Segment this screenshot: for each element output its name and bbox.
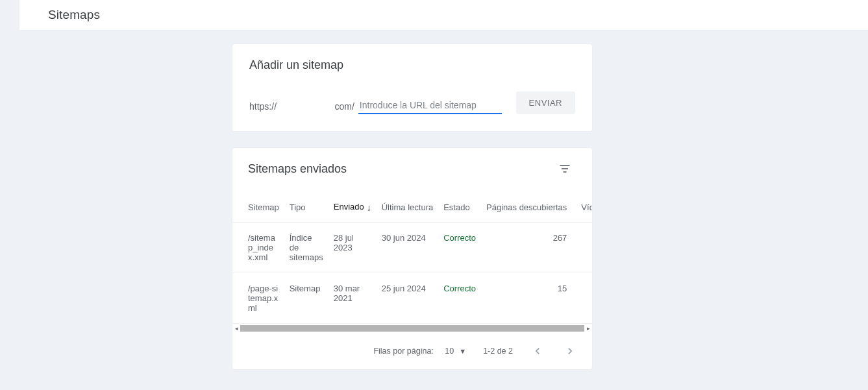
scroll-track[interactable]: [240, 325, 584, 332]
add-sitemap-row: https:// com/ ENVIAR: [249, 91, 575, 114]
add-sitemap-title: Añadir un sitemap: [249, 58, 575, 72]
add-sitemap-card: Añadir un sitemap https:// com/ ENVIAR: [232, 43, 593, 132]
svg-rect-0: [560, 165, 570, 166]
page-title: Sitemaps: [48, 8, 839, 22]
svg-rect-2: [564, 171, 567, 173]
page-range: 1-2 de 2: [483, 347, 513, 356]
filter-icon[interactable]: [558, 162, 573, 177]
content-area: Añadir un sitemap https:// com/ ENVIAR S…: [0, 30, 593, 370]
cell-last-read: 30 jun 2024: [377, 222, 438, 273]
cell-type: Índice de sitemaps: [284, 222, 329, 273]
cell-status: Correcto: [438, 273, 481, 323]
sitemaps-list-card: Sitemaps enviados Sitemap Tipo Enviado↓ …: [232, 147, 593, 370]
table-row[interactable]: /sitemap_index.xml Índice de sitemaps 28…: [232, 222, 592, 273]
sitemaps-table: Sitemap Tipo Enviado↓ Última lectura Est…: [232, 194, 592, 324]
chevron-right-icon: [564, 345, 577, 358]
prev-page-button[interactable]: [530, 343, 545, 359]
col-sitemap[interactable]: Sitemap: [232, 194, 284, 222]
cell-sitemap: /page-sitemap.xml: [232, 273, 284, 323]
col-pages[interactable]: Páginas descubiertas: [481, 194, 576, 222]
col-status[interactable]: Estado: [438, 194, 481, 222]
cell-status: Correcto: [438, 222, 481, 273]
cell-videos: 15: [576, 222, 592, 273]
col-type[interactable]: Tipo: [284, 194, 329, 222]
scroll-right-icon[interactable]: ▸: [584, 325, 592, 332]
horizontal-scrollbar[interactable]: ◂ ▸: [232, 324, 592, 333]
cell-type: Sitemap: [284, 273, 329, 323]
cell-pages: 15: [481, 273, 576, 323]
scroll-left-icon[interactable]: ◂: [232, 325, 240, 332]
table-pager: Filas por página: 10 ▼ 1-2 de 2: [232, 333, 592, 369]
page-header: Sitemaps: [19, 0, 868, 30]
table-scroll[interactable]: Sitemap Tipo Enviado↓ Última lectura Est…: [232, 194, 592, 324]
cell-sitemap: /sitemap_index.xml: [232, 222, 284, 273]
col-sent[interactable]: Enviado↓: [329, 194, 377, 222]
svg-rect-1: [562, 168, 568, 169]
cell-pages: 267: [481, 222, 576, 273]
cell-last-read: 25 jun 2024: [377, 273, 438, 323]
url-prefix: https:// com/: [249, 101, 354, 114]
sitemap-url-input[interactable]: [358, 97, 502, 114]
rows-per-page-select[interactable]: 10 ▼: [445, 347, 466, 356]
submit-button[interactable]: ENVIAR: [516, 91, 575, 114]
chevron-down-icon: ▼: [459, 347, 466, 355]
col-last-read[interactable]: Última lectura: [377, 194, 438, 222]
sort-desc-icon: ↓: [367, 202, 371, 213]
cell-videos: 0: [576, 273, 592, 323]
col-videos[interactable]: Vídeos descubiertos: [576, 194, 592, 222]
rows-per-page: Filas por página: 10 ▼: [373, 347, 466, 356]
sitemaps-list-title: Sitemaps enviados: [248, 162, 592, 176]
cell-sent: 28 jul 2023: [329, 222, 377, 273]
next-page-button[interactable]: [562, 343, 578, 359]
table-header-row: Sitemap Tipo Enviado↓ Última lectura Est…: [232, 194, 592, 222]
table-row[interactable]: /page-sitemap.xml Sitemap 30 mar 2021 25…: [232, 273, 592, 323]
chevron-left-icon: [531, 345, 544, 358]
cell-sent: 30 mar 2021: [329, 273, 377, 323]
